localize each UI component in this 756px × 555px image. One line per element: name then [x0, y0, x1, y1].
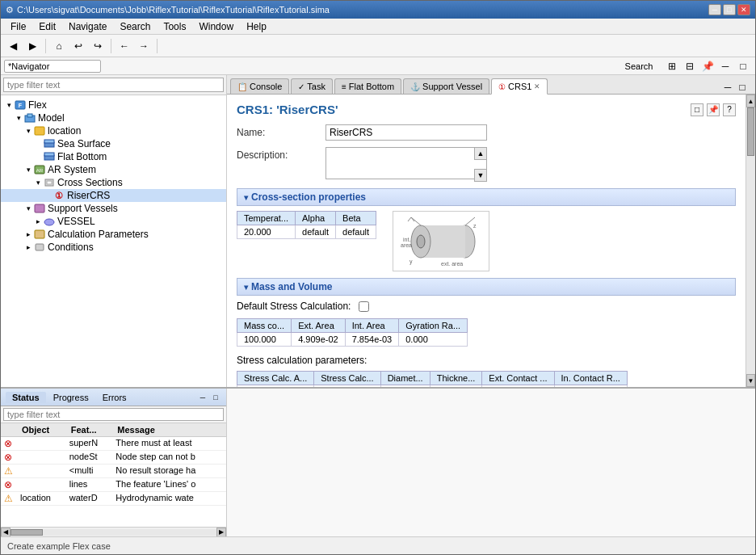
menu-edit[interactable]: Edit	[32, 19, 62, 34]
tab-close-crs1[interactable]: ✕	[534, 82, 540, 90]
name-input[interactable]	[326, 124, 487, 141]
redo-button[interactable]: ↪	[89, 37, 107, 55]
status-row-4[interactable]: ⊗ lines The feature 'Lines' o	[1, 478, 226, 492]
status-hscrollbar: ◀ ▶	[1, 527, 226, 536]
support-vessels-icon	[33, 203, 46, 214]
menu-file[interactable]: File	[4, 19, 32, 34]
menu-help[interactable]: Help	[240, 19, 273, 34]
toggle-location[interactable]: ▾	[23, 126, 33, 136]
scroll-thumb[interactable]	[747, 107, 754, 156]
location-icon	[33, 125, 46, 137]
desc-scroll-up[interactable]: ▲	[474, 147, 487, 160]
col-icon-header	[1, 423, 17, 437]
editor-restore-btn[interactable]: □	[691, 103, 704, 116]
collapse-all-button[interactable]: ⊟	[681, 57, 699, 75]
tree-item-ar-system[interactable]: ▾ AR AR System	[1, 163, 226, 176]
editor-pin-btn[interactable]: 📌	[707, 103, 720, 116]
status-feat-4: lines	[66, 478, 113, 492]
default-stress-checkbox[interactable]	[359, 301, 369, 312]
bottom-area: Status Progress Errors ─ □ Objec	[1, 387, 755, 536]
scroll-down-btn[interactable]: ▼	[746, 374, 755, 387]
panel-min-btn[interactable]: ─	[721, 81, 734, 94]
tab-crs1[interactable]: ① CRS1 ✕	[491, 78, 548, 95]
toggle-model[interactable]: ▾	[14, 113, 23, 123]
tab-task[interactable]: ✓ Task	[291, 78, 333, 94]
tab-support-vessel[interactable]: ⚓ Support Vessel	[403, 78, 489, 94]
tree-item-cross-sections[interactable]: ▾ Cross Sections	[1, 176, 226, 189]
status-row-5[interactable]: ⚠ location waterD Hydrodynamic wate	[1, 492, 226, 506]
tree-item-calc-params[interactable]: ▸ Calculation Parameters	[1, 228, 226, 241]
pin-button[interactable]: 📌	[699, 57, 716, 75]
riser-crs-label: RiserCRS	[67, 190, 110, 201]
menu-window[interactable]: Window	[192, 19, 240, 34]
panel-max-btn[interactable]: □	[736, 81, 749, 94]
home-button[interactable]: ⌂	[50, 37, 68, 55]
mass-volume-header[interactable]: ▾ Mass and Volume	[237, 278, 736, 296]
navigator-breadcrumb[interactable]: *Navigator	[4, 60, 101, 73]
maximize-panel-button[interactable]: □	[734, 57, 752, 75]
tree-item-flat-bottom[interactable]: ▸ Flat Bottom	[1, 150, 226, 163]
close-button[interactable]: ✕	[737, 4, 750, 15]
hscroll-track[interactable]	[10, 529, 216, 536]
status-header: Status Progress Errors ─ □	[1, 389, 226, 406]
tree-item-flex[interactable]: ▾ F Flex	[1, 99, 226, 111]
svg-rect-13	[35, 204, 44, 212]
hscroll-thumb[interactable]	[10, 529, 43, 536]
scroll-track[interactable]	[746, 107, 755, 374]
tab-console[interactable]: 📋 Console	[230, 78, 289, 94]
scroll-up-btn[interactable]: ▲	[746, 95, 755, 107]
tree-item-model[interactable]: ▾ Model	[1, 111, 226, 124]
minimize-panel-button[interactable]: ─	[716, 57, 734, 75]
expand-all-button[interactable]: ⊞	[663, 57, 681, 75]
tab-flat-bottom[interactable]: ≡ Flat Bottom	[334, 78, 401, 94]
description-textarea[interactable]	[326, 147, 487, 179]
status-row-1[interactable]: ⊗ superN There must at least	[1, 437, 226, 451]
toggle-flex[interactable]: ▾	[4, 100, 14, 110]
maximize-button[interactable]: □	[723, 4, 736, 15]
status-row-2[interactable]: ⊗ nodeSt Node step can not b	[1, 451, 226, 465]
status-filter-input[interactable]	[3, 408, 224, 421]
status-feat-3: <multi	[66, 465, 113, 478]
status-tab-errors[interactable]: Errors	[96, 392, 133, 403]
minimize-button[interactable]: ─	[708, 4, 721, 15]
editor-content: CRS1: 'RiserCRS' □ 📌 ? Name:	[227, 95, 746, 387]
forward-button[interactable]: ▶	[23, 37, 41, 55]
hscroll-left[interactable]: ◀	[1, 528, 10, 537]
svg-line-28	[408, 217, 411, 221]
mass-volume-content: Default Stress Calculation: Mass co... E…	[237, 301, 736, 387]
toggle-conditions[interactable]: ▸	[23, 242, 33, 252]
status-row-3[interactable]: ⚠ <multi No result storage ha	[1, 465, 226, 478]
nav-back-button[interactable]: ←	[116, 37, 133, 55]
svg-rect-4	[35, 127, 44, 135]
tree-item-conditions[interactable]: ▸ Conditions	[1, 241, 226, 254]
editor-help-btn[interactable]: ?	[723, 103, 736, 116]
svg-text:int.: int.	[403, 237, 410, 242]
tree-item-support-vessels[interactable]: ▾ Support Vessels	[1, 202, 226, 215]
hscroll-right[interactable]: ▶	[216, 528, 226, 537]
menu-search[interactable]: Search	[113, 19, 157, 34]
back-button[interactable]: ◀	[4, 37, 22, 55]
status-tab-status[interactable]: Status	[6, 392, 46, 403]
nav-forward-button[interactable]: →	[135, 37, 153, 55]
status-tab-progress[interactable]: Progress	[47, 392, 95, 403]
search-button[interactable]: Search	[615, 57, 663, 75]
tree-item-riser-crs[interactable]: ▸ ① RiserCRS	[1, 189, 226, 202]
desc-scroll-down[interactable]: ▼	[474, 169, 487, 182]
menu-tools[interactable]: Tools	[157, 19, 192, 34]
tree-item-location[interactable]: ▾ location	[1, 124, 226, 137]
toggle-ar[interactable]: ▾	[23, 165, 33, 174]
filter-input[interactable]	[3, 78, 224, 92]
cross-section-props-header[interactable]: ▾ Cross-section properties	[237, 188, 736, 206]
toggle-support-vessels[interactable]: ▾	[23, 204, 33, 213]
menu-navigate[interactable]: Navigate	[62, 19, 113, 34]
svg-text:AR: AR	[36, 168, 44, 173]
status-panel-min[interactable]: ─	[197, 392, 208, 403]
cell-int-area: 7.854e-03	[345, 333, 399, 347]
toggle-calc[interactable]: ▸	[23, 229, 33, 239]
undo-button[interactable]: ↩	[69, 37, 87, 55]
status-panel-max[interactable]: □	[210, 392, 221, 403]
tree-item-vessel[interactable]: ▸ VESSEL	[1, 215, 226, 228]
toggle-cross-sections[interactable]: ▾	[33, 178, 43, 187]
toggle-vessel[interactable]: ▸	[33, 217, 43, 226]
tree-item-sea-surface[interactable]: ▸ Sea Surface	[1, 137, 226, 150]
